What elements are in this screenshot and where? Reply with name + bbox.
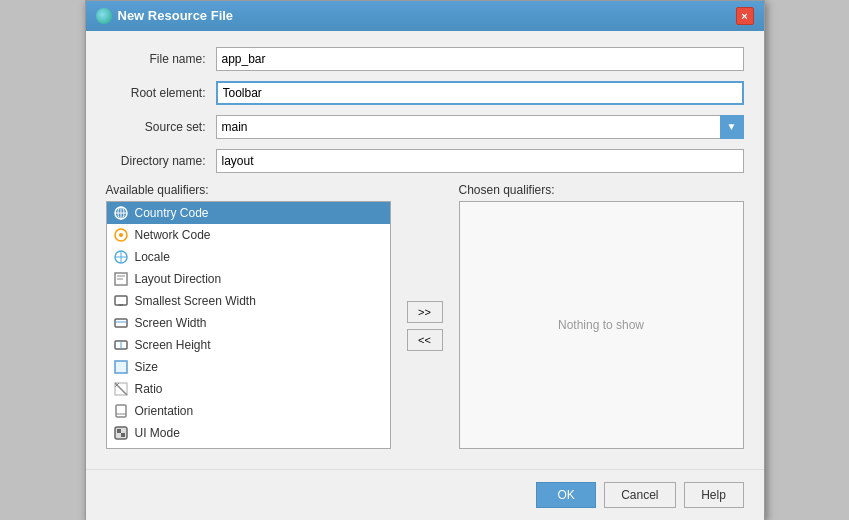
qualifier-item-screen-height[interactable]: Screen Height bbox=[107, 334, 390, 356]
dialog-body: File name: Root element: Source set: mai… bbox=[86, 31, 764, 465]
qualifier-label-screen-height: Screen Height bbox=[135, 338, 211, 352]
svg-rect-22 bbox=[116, 405, 126, 417]
qualifier-icon-ui-mode bbox=[113, 425, 129, 441]
qualifier-icon-screen-height bbox=[113, 337, 129, 353]
remove-qualifier-button[interactable]: << bbox=[407, 329, 443, 351]
file-name-row: File name: bbox=[106, 47, 744, 71]
new-resource-file-dialog: New Resource File × File name: Root elem… bbox=[85, 0, 765, 520]
app-icon bbox=[96, 8, 112, 24]
chosen-qualifiers-label: Chosen qualifiers: bbox=[459, 183, 744, 197]
svg-rect-25 bbox=[117, 429, 121, 433]
root-element-label: Root element: bbox=[106, 86, 216, 100]
add-qualifier-button[interactable]: >> bbox=[407, 301, 443, 323]
qualifier-icon-layout-direction bbox=[113, 271, 129, 287]
qualifier-label-ratio: Ratio bbox=[135, 382, 163, 396]
ok-button[interactable]: OK bbox=[536, 482, 596, 508]
qualifier-label-network-code: Network Code bbox=[135, 228, 211, 242]
svg-rect-18 bbox=[115, 361, 127, 373]
directory-name-input[interactable] bbox=[216, 149, 744, 173]
qualifier-item-orientation[interactable]: Orientation bbox=[107, 400, 390, 422]
root-element-input[interactable] bbox=[216, 81, 744, 105]
svg-rect-26 bbox=[121, 433, 125, 437]
qualifier-icon-locale bbox=[113, 249, 129, 265]
available-qualifiers-label: Available qualifiers: bbox=[106, 183, 391, 197]
cancel-button[interactable]: Cancel bbox=[604, 482, 675, 508]
qualifier-item-locale[interactable]: Locale bbox=[107, 246, 390, 268]
qualifier-icon-smallest-screen-width bbox=[113, 293, 129, 309]
directory-name-label: Directory name: bbox=[106, 154, 216, 168]
qualifier-item-network-code[interactable]: Network Code bbox=[107, 224, 390, 246]
file-name-input[interactable] bbox=[216, 47, 744, 71]
qualifier-item-country-code[interactable]: Country Code bbox=[107, 202, 390, 224]
available-qualifiers-column: Available qualifiers: Country Code bbox=[106, 183, 391, 449]
qualifier-label-locale: Locale bbox=[135, 250, 170, 264]
chosen-qualifiers-column: Chosen qualifiers: Nothing to show bbox=[459, 183, 744, 449]
qualifier-label-screen-width: Screen Width bbox=[135, 316, 207, 330]
qualifier-label-night-mode: Night Mode bbox=[135, 448, 196, 449]
transfer-buttons: >> << bbox=[401, 203, 449, 449]
root-element-row: Root element: bbox=[106, 81, 744, 105]
file-name-label: File name: bbox=[106, 52, 216, 66]
qualifier-icon-globe bbox=[113, 205, 129, 221]
qualifier-item-layout-direction[interactable]: Layout Direction bbox=[107, 268, 390, 290]
qualifier-label-country-code: Country Code bbox=[135, 206, 209, 220]
qualifier-label-layout-direction: Layout Direction bbox=[135, 272, 222, 286]
dialog-title: New Resource File bbox=[118, 8, 234, 23]
nothing-to-show-text: Nothing to show bbox=[558, 318, 644, 332]
close-button[interactable]: × bbox=[736, 7, 754, 25]
qualifier-icon-night-mode bbox=[113, 447, 129, 449]
qualifier-icon-size bbox=[113, 359, 129, 375]
svg-rect-12 bbox=[115, 296, 127, 305]
qualifier-item-size[interactable]: Size bbox=[107, 356, 390, 378]
source-set-label: Source set: bbox=[106, 120, 216, 134]
available-qualifiers-list: Country Code Network Code bbox=[106, 201, 391, 449]
available-list-wrapper: Country Code Network Code bbox=[106, 201, 391, 449]
qualifier-icon-orientation bbox=[113, 403, 129, 419]
title-bar: New Resource File × bbox=[86, 1, 764, 31]
dialog-footer: OK Cancel Help bbox=[86, 469, 764, 520]
directory-name-row: Directory name: bbox=[106, 149, 744, 173]
source-set-row: Source set: main ▼ bbox=[106, 115, 744, 139]
qualifier-item-ratio[interactable]: Ratio bbox=[107, 378, 390, 400]
qualifier-item-smallest-screen-width[interactable]: Smallest Screen Width bbox=[107, 290, 390, 312]
source-set-select[interactable]: main bbox=[216, 115, 744, 139]
qualifier-item-screen-width[interactable]: Screen Width bbox=[107, 312, 390, 334]
qualifier-label-smallest-screen-width: Smallest Screen Width bbox=[135, 294, 256, 308]
qualifier-item-ui-mode[interactable]: UI Mode bbox=[107, 422, 390, 444]
chosen-qualifiers-panel: Nothing to show bbox=[459, 201, 744, 449]
qualifier-icon-ratio bbox=[113, 381, 129, 397]
qualifier-icon-screen-width bbox=[113, 315, 129, 331]
source-set-wrapper: main ▼ bbox=[216, 115, 744, 139]
help-button[interactable]: Help bbox=[684, 482, 744, 508]
qualifier-label-size: Size bbox=[135, 360, 158, 374]
qualifier-label-ui-mode: UI Mode bbox=[135, 426, 180, 440]
svg-rect-14 bbox=[115, 319, 127, 327]
qualifier-label-orientation: Orientation bbox=[135, 404, 194, 418]
title-bar-left: New Resource File bbox=[96, 8, 234, 24]
qualifier-item-night-mode[interactable]: Night Mode bbox=[107, 444, 390, 449]
qualifiers-section: Available qualifiers: Country Code bbox=[106, 183, 744, 449]
svg-point-5 bbox=[119, 233, 123, 237]
qualifier-icon-network bbox=[113, 227, 129, 243]
